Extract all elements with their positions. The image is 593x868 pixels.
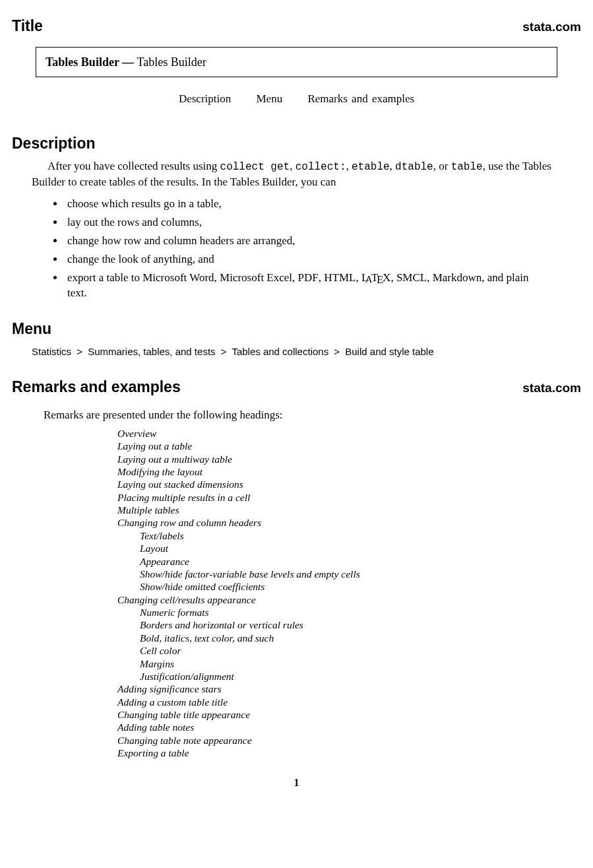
toc-subitem[interactable]: Layout <box>140 542 581 554</box>
toc-item[interactable]: Laying out a multiway table <box>117 453 581 465</box>
toc-subitem[interactable]: Margins <box>140 657 581 670</box>
toc-item[interactable]: Multiple tables <box>117 504 581 516</box>
brand-link[interactable]: stata.com <box>522 18 581 36</box>
list-item: choose which results go in a table, <box>65 197 548 212</box>
toc-item[interactable]: Changing table title appearance <box>117 708 581 721</box>
fmt-pdf: PDF <box>298 271 319 284</box>
toc-subitem[interactable]: Numeric formats <box>140 606 581 618</box>
brand-link[interactable]: stata.com <box>522 380 581 397</box>
entry-desc: Tables Builder <box>137 55 206 69</box>
nav-description[interactable]: Description <box>179 92 231 105</box>
page-number: 1 <box>12 776 581 790</box>
toc-item[interactable]: Modifying the layout <box>117 465 581 478</box>
section-nav: Description Menu Remarks and examples <box>12 92 581 107</box>
toc-subitem[interactable]: Cell color <box>140 644 581 657</box>
desc-pre: After you have collected results using <box>47 160 220 172</box>
menu-step: Build and style table <box>345 346 433 357</box>
nav-menu[interactable]: Menu <box>256 92 282 105</box>
cmd-collect-get: collect get <box>220 161 290 173</box>
toc-item[interactable]: Placing multiple results in a cell <box>117 491 581 504</box>
toc-subitem[interactable]: Bold, italics, text color, and such <box>140 632 581 644</box>
list-item: change the look of anything, and <box>65 252 548 267</box>
section-description: Description <box>12 133 581 154</box>
toc-item[interactable]: Overview <box>117 427 581 440</box>
list-item: export a table to Microsoft Word, Micros… <box>65 271 548 301</box>
toc-item[interactable]: Exporting a table <box>117 747 581 759</box>
nav-remarks[interactable]: Remarks and examples <box>307 92 414 105</box>
section-title: Title <box>12 16 43 36</box>
remarks-intro: Remarks are presented under the followin… <box>44 408 561 423</box>
menu-step: Tables and collections <box>232 346 328 357</box>
entry-name: Tables Builder <box>46 55 119 69</box>
toc-subitem[interactable]: Justification/alignment <box>140 670 581 683</box>
sep: , <box>356 271 361 284</box>
description-paragraph: After you have collected results using c… <box>32 159 561 190</box>
toc-item[interactable]: Changing row and column headers <box>117 516 581 529</box>
toc-subitem[interactable]: Show/hide factor-variable base levels an… <box>140 568 581 580</box>
toc-subitem[interactable]: Show/hide omitted coefficients <box>140 580 581 593</box>
list-item: change how row and column headers are ar… <box>65 234 548 249</box>
toc-item[interactable]: Laying out stacked dimensions <box>117 478 581 490</box>
sep: , <box>319 271 325 284</box>
chevron-icon: > <box>77 346 82 357</box>
cmd-table: table <box>451 161 483 173</box>
entry-dash: — <box>119 55 137 69</box>
toc-item[interactable]: Changing cell/results appearance <box>117 593 581 606</box>
toc-item[interactable]: Adding a custom table title <box>117 696 581 708</box>
fmt-latex: LATEX <box>361 271 390 284</box>
feature-list: choose which results go in a table, lay … <box>51 197 548 301</box>
section-menu: Menu <box>12 319 581 339</box>
remarks-toc: Overview Laying out a table Laying out a… <box>117 427 581 760</box>
b5-pre: export a table to Microsoft Word, Micros… <box>67 271 298 284</box>
fmt-html: HTML <box>324 271 356 284</box>
title-box: Tables Builder — Tables Builder <box>36 47 557 77</box>
toc-subitem[interactable]: Borders and horizontal or vertical rules <box>140 618 581 631</box>
menu-step: Summaries, tables, and tests <box>88 346 215 357</box>
sep: , <box>390 271 396 284</box>
chevron-icon: > <box>334 346 340 357</box>
menu-path: Statistics > Summaries, tables, and test… <box>32 345 561 358</box>
cmd-collect-colon: collect: <box>296 161 346 173</box>
menu-step: Statistics <box>32 346 71 357</box>
toc-subitem[interactable]: Appearance <box>140 555 581 568</box>
toc-item[interactable]: Adding significance stars <box>117 683 581 695</box>
chevron-icon: > <box>221 346 227 357</box>
cmd-dtable: dtable <box>395 161 433 173</box>
cmd-etable: etable <box>352 161 390 173</box>
fmt-smcl: SMCL <box>396 271 427 284</box>
list-item: lay out the rows and columns, <box>65 215 548 230</box>
section-remarks: Remarks and examples <box>12 377 181 397</box>
toc-subitem[interactable]: Text/labels <box>140 529 581 542</box>
toc-item[interactable]: Laying out a table <box>117 440 581 452</box>
toc-item[interactable]: Adding table notes <box>117 721 581 733</box>
toc-item[interactable]: Changing table note appearance <box>117 734 581 747</box>
